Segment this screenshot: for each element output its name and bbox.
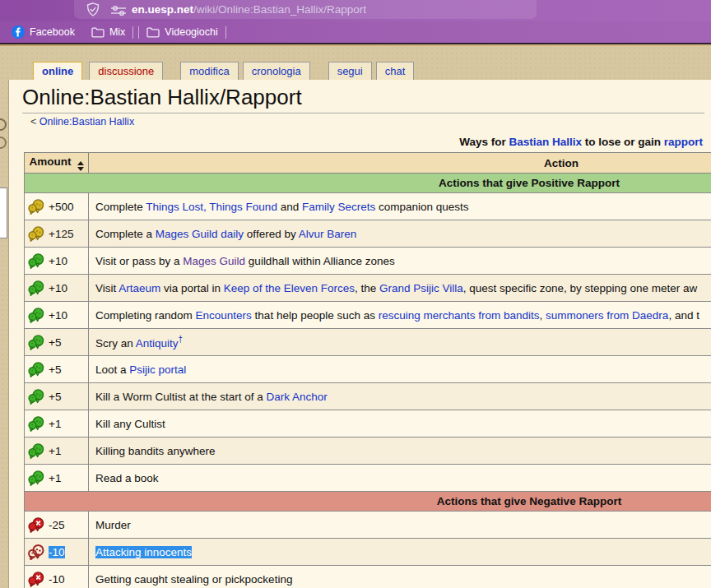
wiki-link[interactable]: Keep of the Eleven Forces <box>224 282 355 294</box>
action-text: Read a book <box>95 472 159 484</box>
table-row: +1Killing bandits anywhere <box>25 438 711 465</box>
table-row: +10Visit Artaeum via portal in Keep of t… <box>25 275 711 302</box>
action-text: Visit <box>95 282 118 294</box>
action-text: Murder <box>95 519 131 531</box>
rapport-icon <box>28 571 44 587</box>
action-text: Complete <box>95 201 146 213</box>
action-text: Completing random <box>95 309 196 322</box>
amount-value: +1 <box>49 445 61 457</box>
action-cell: Complete a Mages Guild daily offered by … <box>89 220 711 248</box>
table-row: +1Read a book <box>25 465 711 492</box>
url-bar-row: en.uesp.net/wiki/Online:Bastian_Hallix/R… <box>0 0 711 21</box>
rapport-icon <box>28 252 44 269</box>
wiki-link[interactable]: Family Secrets <box>302 201 375 213</box>
tab-segui[interactable]: segui <box>328 62 372 81</box>
wiki-link[interactable]: rescuing merchants from bandits <box>379 309 540 322</box>
action-text: Scry an <box>95 337 136 350</box>
bookmark-folder-mix[interactable]: Mix <box>86 25 130 39</box>
table-row: -10Getting caught stealing or pickpocket… <box>25 566 711 588</box>
wiki-link[interactable]: Things Lost, Things Found <box>146 201 277 213</box>
action-cell: Visit Artaeum via portal in Keep of the … <box>89 275 711 302</box>
amount-value: +10 <box>49 282 67 294</box>
amount-value: +1 <box>49 472 61 484</box>
amount-value: +5 <box>49 391 61 403</box>
facebook-icon <box>12 25 25 39</box>
url-path: /wiki/Online:Bastian_Hallix/Rapport <box>193 3 366 16</box>
breadcrumb-link[interactable]: Online:Bastian Hallix <box>40 116 134 127</box>
wiki-link[interactable]: Mages Guild <box>183 255 245 267</box>
amount-value: +10 <box>49 309 67 322</box>
action-cell: Visit or pass by a Mages Guild guildhall… <box>89 248 711 275</box>
rapport-icon <box>28 198 44 215</box>
wiki-link[interactable]: Dark Anchor <box>267 391 328 403</box>
rapport-icon <box>28 470 44 486</box>
browser-chrome: en.uesp.net/wiki/Online:Bastian_Hallix/R… <box>0 0 711 46</box>
rapport-icon <box>28 280 44 296</box>
amount-cell: +1 <box>25 410 89 438</box>
url-domain: en.uesp.net <box>132 3 193 16</box>
bookmark-facebook[interactable]: Facebook <box>7 24 80 40</box>
amount-value: -25 <box>49 519 65 531</box>
action-cell: Read a book <box>89 465 711 492</box>
breadcrumb: < Online:Bastian Hallix <box>30 116 711 127</box>
tab-discussione[interactable]: discussione <box>89 62 163 81</box>
permissions-icon[interactable] <box>110 5 127 16</box>
caption-text: to lose or gain <box>582 136 664 148</box>
action-text: Kill any Cultist <box>95 418 165 430</box>
bookmark-folder-videogiochi[interactable]: Videogiochi <box>142 25 222 39</box>
table-row: +5Loot a Psijic portal <box>25 356 711 383</box>
wiki-link[interactable]: Mages Guild daily <box>156 228 244 240</box>
wiki-link[interactable]: Grand Psijic Villa <box>379 282 463 294</box>
footnote-marker[interactable]: † <box>179 335 184 344</box>
table-row: -25Murder <box>25 512 711 539</box>
bookmarks-separator <box>225 26 226 39</box>
bookmarks-separator <box>138 26 139 39</box>
tab-modifica[interactable]: modifica <box>180 62 238 81</box>
action-text: Complete a <box>95 228 156 240</box>
table-caption: Ways for Bastian Hallix to lose or gain … <box>9 136 703 148</box>
rapport-icon <box>28 415 44 432</box>
tracking-shield-icon[interactable] <box>85 2 101 18</box>
rapport-icon <box>28 334 44 350</box>
action-text: , the <box>355 282 379 294</box>
wiki-link[interactable]: summoners from Daedra <box>546 309 668 322</box>
action-cell: Killing bandits anywhere <box>89 438 711 465</box>
bookmark-label: Videogiochi <box>165 26 217 38</box>
amount-column-header[interactable]: Amount <box>25 153 89 174</box>
action-text: , <box>540 309 546 322</box>
wiki-link[interactable]: Antiquity <box>136 337 179 350</box>
tab-online[interactable]: online <box>33 62 82 81</box>
table-row: +5Kill a Worm Cultist at the start of a … <box>25 383 711 410</box>
amount-value: +1 <box>49 418 61 430</box>
action-text: guildhall within Alliance zones <box>245 255 395 267</box>
wiki-link[interactable]: Psijic portal <box>129 363 186 376</box>
page-title: Online:Bastian Hallix/Rapport <box>22 85 704 113</box>
amount-cell: -25 <box>25 512 89 539</box>
bookmarks-separator <box>132 26 133 39</box>
tab-chat[interactable]: chat <box>376 62 415 81</box>
amount-cell: +1 <box>25 438 89 465</box>
action-text: Killing bandits anywhere <box>95 445 216 457</box>
tab-cronologia[interactable]: cronologia <box>243 62 310 81</box>
amount-cell: +5 <box>25 329 89 356</box>
wiki-link[interactable]: Encounters <box>196 309 252 322</box>
rapport-link[interactable]: rapport <box>664 136 703 148</box>
amount-value: -10 <box>49 546 65 558</box>
action-text: , and t <box>668 309 699 322</box>
amount-header-label: Amount <box>30 155 72 168</box>
table-row: +10Visit or pass by a Mages Guild guildh… <box>25 248 711 275</box>
wiki-link[interactable]: Alvur Baren <box>299 228 357 240</box>
rapport-table: Amount Action Actions that give Positive… <box>24 152 711 588</box>
sort-icon[interactable] <box>77 161 84 171</box>
subject-link[interactable]: Bastian Hallix <box>509 136 582 148</box>
action-cell: Kill any Cultist <box>89 410 711 438</box>
action-text: via portal in <box>160 282 224 294</box>
url-text[interactable]: en.uesp.net/wiki/Online:Bastian_Hallix/R… <box>132 3 366 16</box>
action-text: Kill a Worm Cultist at the start of a <box>95 391 267 403</box>
table-row: -10Attacking innocents <box>25 539 711 566</box>
action-text: Loot a <box>95 363 129 376</box>
wiki-link[interactable]: Artaeum <box>118 282 160 294</box>
parchment-ring-decoration <box>0 137 7 149</box>
folder-icon <box>91 27 105 38</box>
wiki-page-background: onlinediscussionemodificacronologiasegui… <box>0 46 711 588</box>
